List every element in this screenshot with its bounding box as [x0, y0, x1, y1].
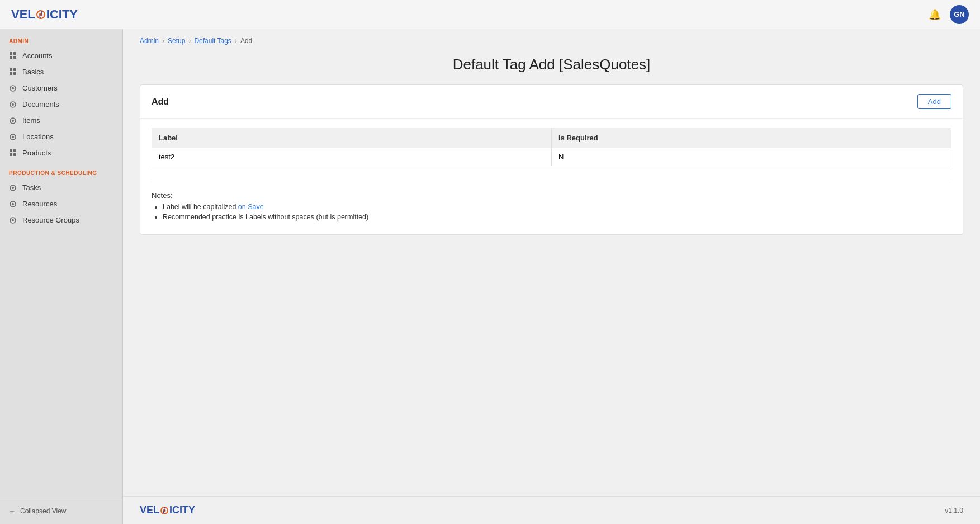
notes-title: Notes:: [152, 191, 951, 200]
sidebar-item-accounts[interactable]: Accounts: [0, 48, 122, 64]
notes-section: Notes: Label will be capitalized on Save…: [140, 189, 963, 234]
sidebar-item-products[interactable]: Products: [0, 145, 122, 161]
circle-icon-customers: [9, 84, 17, 92]
sidebar-item-basics-label: Basics: [22, 68, 44, 76]
svg-rect-18: [10, 149, 12, 152]
user-avatar[interactable]: GN: [950, 5, 969, 24]
breadcrumb-sep-1: ›: [162, 37, 164, 45]
svg-point-11: [12, 87, 14, 89]
sidebar-item-accounts-label: Accounts: [22, 51, 52, 60]
form-table: Label Is Required: [152, 128, 951, 166]
label-cell[interactable]: [152, 148, 552, 166]
svg-point-25: [12, 203, 14, 205]
logo-swirl-icon: [35, 9, 46, 20]
breadcrumb-sep-2: ›: [188, 37, 191, 45]
svg-point-27: [12, 219, 14, 221]
grid-icon: [9, 52, 17, 60]
sidebar-item-resources-label: Resources: [22, 200, 57, 208]
logo-text-ity: ICITY: [46, 7, 78, 22]
svg-rect-4: [10, 56, 12, 59]
top-header: VEL ICITY 🔔 GN: [0, 0, 980, 29]
note-highlight: on Save: [238, 203, 264, 211]
footer: VEL ICITY v1.1.0: [123, 496, 980, 524]
sidebar-item-products-label: Products: [22, 149, 51, 157]
header-right: 🔔 GN: [929, 5, 969, 24]
circle-icon-locations: [9, 133, 17, 141]
main-layout: ADMIN Accounts Basics Customers Document…: [0, 29, 980, 524]
footer-version: v1.1.0: [945, 507, 963, 514]
section-divider: [152, 182, 951, 182]
grid-icon-2: [9, 68, 17, 76]
breadcrumb: Admin › Setup › Default Tags › Add: [140, 37, 963, 45]
notes-list: Label will be capitalized on Save Recomm…: [152, 203, 951, 221]
breadcrumb-setup[interactable]: Setup: [168, 37, 185, 45]
sidebar-item-resource-groups[interactable]: Resource Groups: [0, 212, 122, 228]
logo: VEL ICITY: [11, 7, 78, 22]
svg-rect-7: [13, 68, 16, 71]
add-button[interactable]: Add: [917, 94, 951, 109]
sidebar: ADMIN Accounts Basics Customers Document…: [0, 29, 123, 524]
svg-rect-20: [10, 153, 12, 156]
sidebar-item-locations[interactable]: Locations: [0, 129, 122, 145]
production-section-label: PRODUCTION & SCHEDULING: [0, 161, 122, 180]
footer-logo-vel: VEL: [140, 504, 159, 516]
sidebar-item-resource-groups-label: Resource Groups: [22, 216, 79, 224]
svg-rect-5: [13, 56, 16, 59]
content-scroll: Add Add Label Is Required: [123, 84, 980, 496]
svg-rect-21: [13, 153, 16, 156]
svg-rect-2: [10, 52, 12, 55]
column-header-label: Label: [152, 128, 552, 148]
collapsed-view-button[interactable]: ← Collapsed View: [9, 507, 113, 515]
footer-logo-icity: ICITY: [169, 504, 195, 516]
svg-rect-9: [13, 72, 16, 75]
table-container: Label Is Required: [140, 119, 963, 175]
note-item-1: Label will be capitalized on Save: [163, 203, 951, 211]
footer-logo: VEL ICITY: [140, 504, 195, 516]
svg-point-13: [12, 103, 14, 106]
note-item-2: Recommended practice is Labels without s…: [163, 213, 951, 221]
svg-point-23: [12, 187, 14, 189]
sidebar-item-resources[interactable]: Resources: [0, 196, 122, 212]
svg-rect-8: [10, 72, 12, 75]
card-title: Add: [152, 97, 169, 107]
is-required-input[interactable]: [558, 153, 944, 161]
circle-icon-resource-groups: [9, 216, 17, 224]
arrow-left-icon: ←: [9, 507, 16, 515]
svg-point-15: [12, 120, 14, 122]
grid-icon-products: [9, 149, 17, 157]
is-required-cell[interactable]: [552, 148, 951, 166]
label-input[interactable]: [159, 153, 545, 161]
sidebar-item-tasks[interactable]: Tasks: [0, 180, 122, 196]
svg-rect-3: [13, 52, 16, 55]
sidebar-item-customers[interactable]: Customers: [0, 80, 122, 96]
circle-icon-resources: [9, 200, 17, 208]
footer-logo-swirl: [159, 506, 169, 516]
table-row: [152, 148, 951, 166]
circle-icon-tasks: [9, 184, 17, 192]
breadcrumb-current: Add: [240, 37, 252, 45]
sidebar-item-tasks-label: Tasks: [22, 183, 41, 192]
form-card: Add Add Label Is Required: [140, 84, 963, 235]
logo-area: VEL ICITY: [11, 7, 78, 22]
table-header-row: Label Is Required: [152, 128, 951, 148]
notification-bell-icon[interactable]: 🔔: [929, 8, 941, 21]
sidebar-item-items[interactable]: Items: [0, 112, 122, 129]
breadcrumb-default-tags[interactable]: Default Tags: [194, 37, 231, 45]
svg-point-17: [12, 136, 14, 138]
svg-rect-19: [13, 149, 16, 152]
sidebar-bottom: ← Collapsed View: [0, 498, 122, 524]
sidebar-item-customers-label: Customers: [22, 84, 58, 92]
logo-text-vel: VEL: [11, 7, 35, 22]
sidebar-item-basics[interactable]: Basics: [0, 64, 122, 80]
sidebar-item-locations-label: Locations: [22, 133, 54, 141]
column-header-is-required: Is Required: [552, 128, 951, 148]
content-area: Admin › Setup › Default Tags › Add Defau…: [123, 29, 980, 524]
sidebar-item-documents[interactable]: Documents: [0, 96, 122, 112]
circle-icon-documents: [9, 101, 17, 108]
svg-rect-6: [10, 68, 12, 71]
collapsed-view-label: Collapsed View: [20, 507, 67, 515]
page-title: Default Tag Add [SalesQuotes]: [140, 50, 963, 84]
breadcrumb-admin[interactable]: Admin: [140, 37, 159, 45]
sidebar-item-documents-label: Documents: [22, 100, 59, 108]
card-header: Add Add: [140, 85, 963, 119]
